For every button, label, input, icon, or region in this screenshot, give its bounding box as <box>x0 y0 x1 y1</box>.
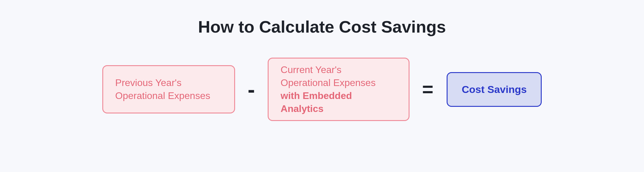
current-year-box: Current Year's Operational Expenses with… <box>268 58 410 121</box>
page-title: How to Calculate Cost Savings <box>198 17 446 37</box>
box3-label: Cost Savings <box>462 84 527 95</box>
box1-line1: Previous Year's <box>115 76 222 89</box>
equals-operator: = <box>422 80 434 99</box>
box1-line2: Operational Expenses <box>115 89 222 102</box>
box2-line1: Current Year's <box>281 63 397 76</box>
formula-row: Previous Year's Operational Expenses - C… <box>102 58 542 121</box>
box2-line2: Operational Expenses <box>281 76 397 89</box>
previous-year-box: Previous Year's Operational Expenses <box>102 65 235 113</box>
cost-savings-box: Cost Savings <box>447 72 542 107</box>
minus-operator: - <box>248 78 255 100</box>
box2-line3: with Embedded Analytics <box>281 89 397 115</box>
